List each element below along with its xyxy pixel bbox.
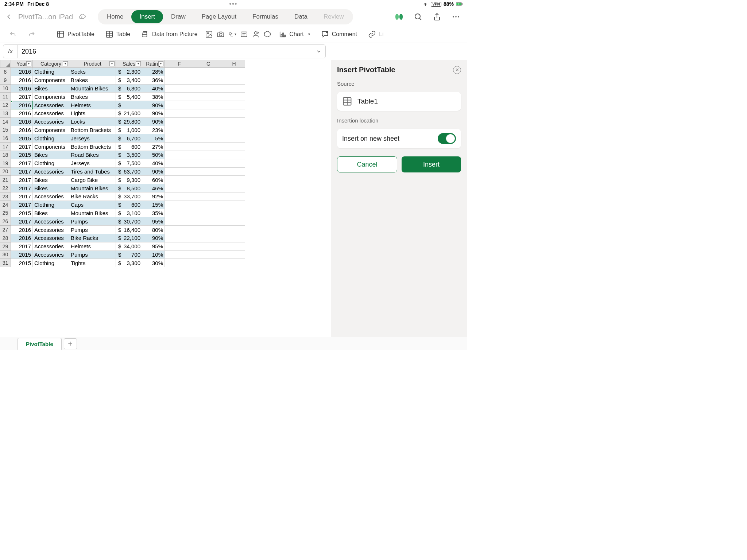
cell-empty[interactable] — [165, 251, 194, 259]
row-header[interactable]: 10 — [0, 85, 11, 93]
tab-review[interactable]: Review — [316, 10, 352, 23]
cell-rating[interactable]: 92% — [142, 192, 165, 201]
tab-draw[interactable]: Draw — [163, 10, 194, 23]
cell-empty[interactable] — [223, 159, 245, 168]
cell-empty[interactable] — [223, 209, 245, 218]
row-header[interactable]: 12 — [0, 101, 11, 109]
cell-sales[interactable]: $600 — [116, 201, 142, 209]
cell-empty[interactable] — [194, 234, 223, 242]
cell-rating[interactable]: 38% — [142, 93, 165, 101]
cell-rating[interactable]: 95% — [142, 242, 165, 251]
column-header-F[interactable]: F — [165, 60, 194, 68]
cell-product[interactable]: Brakes — [69, 76, 116, 85]
cell-empty[interactable] — [223, 226, 245, 234]
column-header-rating[interactable]: Rating▾ — [142, 60, 165, 68]
tab-pagelayout[interactable]: Page Layout — [194, 10, 244, 23]
cell-category[interactable]: Clothing — [33, 201, 69, 209]
cell-sales[interactable]: $7,500 — [116, 159, 142, 168]
cell-empty[interactable] — [165, 259, 194, 267]
cell-category[interactable]: Accessories — [33, 226, 69, 234]
camera-icon[interactable] — [217, 30, 225, 38]
cell-empty[interactable] — [223, 251, 245, 259]
cell-empty[interactable] — [223, 242, 245, 251]
cell-sales[interactable]: $34,000 — [116, 242, 142, 251]
cell-empty[interactable] — [194, 68, 223, 76]
cell-year[interactable]: 2015 — [11, 209, 33, 218]
cell-sales[interactable]: $63,700 — [116, 168, 142, 176]
cell-empty[interactable] — [165, 192, 194, 201]
cell-empty[interactable] — [165, 109, 194, 118]
cell-sales[interactable]: $ — [116, 101, 142, 109]
cell-category[interactable]: Accessories — [33, 242, 69, 251]
cell-year[interactable]: 2015 — [11, 134, 33, 143]
row-header[interactable]: 13 — [0, 109, 11, 118]
sheet-tab-pivottable[interactable]: PivotTable — [18, 338, 62, 350]
cell-rating[interactable]: 46% — [142, 184, 165, 192]
cell-category[interactable]: Components — [33, 126, 69, 135]
row-header[interactable]: 30 — [0, 251, 11, 259]
document-title[interactable]: PivotTa...on iPad — [18, 13, 73, 21]
cell-empty[interactable] — [194, 109, 223, 118]
cell-product[interactable]: Pumps — [69, 226, 116, 234]
cell-sales[interactable]: $1,000 — [116, 126, 142, 135]
cell-product[interactable]: Jerseys — [69, 134, 116, 143]
cell-year[interactable]: 2015 — [11, 259, 33, 267]
cell-year[interactable]: 2016 — [11, 226, 33, 234]
column-header-H[interactable]: H — [223, 60, 245, 68]
cell-empty[interactable] — [194, 143, 223, 151]
cell-empty[interactable] — [194, 134, 223, 143]
cell-year[interactable]: 2016 — [11, 76, 33, 85]
cell-sales[interactable]: $33,700 — [116, 192, 142, 201]
row-header[interactable]: 23 — [0, 192, 11, 201]
cell-empty[interactable] — [223, 143, 245, 151]
cell-product[interactable]: Locks — [69, 118, 116, 126]
row-header[interactable]: 14 — [0, 118, 11, 126]
source-selector[interactable]: Table1 — [337, 92, 461, 111]
cell-sales[interactable]: $5,400 — [116, 93, 142, 101]
cell-empty[interactable] — [194, 118, 223, 126]
cell-year[interactable]: 2015 — [11, 251, 33, 259]
textbox-icon[interactable] — [240, 30, 248, 38]
chart-button[interactable]: Chart▾ — [275, 28, 314, 40]
cell-year[interactable]: 2017 — [11, 184, 33, 192]
cell-product[interactable]: Helmets — [69, 101, 116, 109]
insert-button[interactable]: Insert — [402, 156, 461, 172]
cell-category[interactable]: Components — [33, 76, 69, 85]
cell-empty[interactable] — [165, 226, 194, 234]
cell-empty[interactable] — [165, 76, 194, 85]
cell-empty[interactable] — [223, 109, 245, 118]
cell-category[interactable]: Accessories — [33, 168, 69, 176]
cell-category[interactable]: Clothing — [33, 68, 69, 76]
people-icon[interactable] — [252, 30, 260, 38]
redo-button[interactable] — [24, 28, 39, 40]
cell-empty[interactable] — [165, 209, 194, 218]
picture-icon[interactable] — [205, 30, 213, 38]
cell-empty[interactable] — [223, 192, 245, 201]
filter-icon[interactable]: ▾ — [109, 61, 115, 66]
cell-year[interactable]: 2017 — [11, 143, 33, 151]
cell-category[interactable]: Accessories — [33, 217, 69, 226]
cell-empty[interactable] — [194, 176, 223, 184]
cell-category[interactable]: Accessories — [33, 234, 69, 242]
tab-data[interactable]: Data — [286, 10, 316, 23]
cell-category[interactable]: Accessories — [33, 118, 69, 126]
row-header[interactable]: 9 — [0, 76, 11, 85]
cell-product[interactable]: Tights — [69, 259, 116, 267]
column-header-G[interactable]: G — [194, 60, 223, 68]
cell-empty[interactable] — [223, 76, 245, 85]
cell-product[interactable]: Lights — [69, 109, 116, 118]
cell-rating[interactable]: 5% — [142, 134, 165, 143]
cell-empty[interactable] — [194, 93, 223, 101]
cell-empty[interactable] — [223, 259, 245, 267]
column-header-product[interactable]: Product▾ — [69, 60, 116, 68]
cell-empty[interactable] — [223, 118, 245, 126]
cell-year[interactable]: 2017 — [11, 168, 33, 176]
cell-sales[interactable]: $3,300 — [116, 259, 142, 267]
cell-empty[interactable] — [165, 184, 194, 192]
row-header[interactable]: 11 — [0, 93, 11, 101]
row-header[interactable]: 16 — [0, 134, 11, 143]
cell-empty[interactable] — [165, 93, 194, 101]
cell-sales[interactable]: $29,800 — [116, 118, 142, 126]
cell-empty[interactable] — [194, 101, 223, 109]
cell-year[interactable]: 2017 — [11, 217, 33, 226]
